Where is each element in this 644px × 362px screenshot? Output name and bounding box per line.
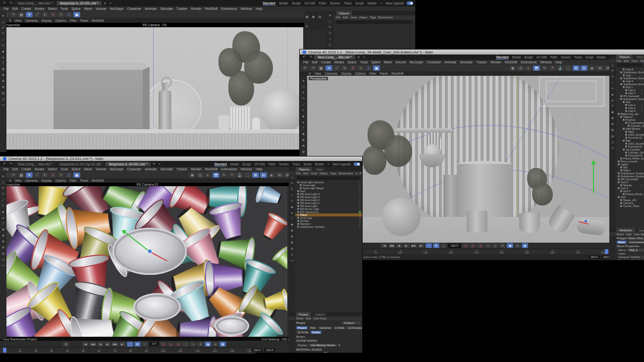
- menu-item[interactable]: Animate: [145, 7, 157, 10]
- rotate-tool-icon[interactable]: ↻: [341, 65, 348, 71]
- volume-icon[interactable]: ◍: [0, 91, 6, 95]
- record-icon[interactable]: ●: [160, 342, 166, 347]
- undo-icon[interactable]: ↶: [302, 65, 309, 71]
- layout-tab[interactable]: Sculpt: [291, 1, 301, 5]
- camera-object-icon[interactable]: ◎: [0, 257, 6, 261]
- layout-tab[interactable]: Screen: [329, 1, 340, 5]
- menu-item[interactable]: MoGraph: [410, 60, 424, 64]
- viewport-grey-still-life[interactable]: [6, 27, 303, 150]
- menu-item[interactable]: Animate: [444, 60, 456, 64]
- coordinate-system-icon[interactable]: ▣: [373, 65, 380, 71]
- menu-item[interactable]: Mesh: [84, 167, 92, 171]
- spline-pen-icon[interactable]: ✎: [610, 86, 615, 91]
- menu-item[interactable]: Volume: [96, 167, 107, 171]
- search-icon[interactable]: ⚲: [356, 172, 358, 175]
- menu-item[interactable]: Modes: [35, 7, 45, 10]
- project-tab-chip[interactable]: Cameras: [318, 326, 332, 329]
- x-axis-lock-icon[interactable]: X: [50, 172, 56, 178]
- redo-icon[interactable]: ↷: [10, 12, 17, 17]
- move-tool-icon[interactable]: ✛: [26, 172, 33, 178]
- modeling-mode-icon[interactable]: ▦: [318, 65, 324, 71]
- spline-pen-icon[interactable]: ✎: [289, 199, 295, 203]
- simulate-icon[interactable]: ◈: [589, 65, 595, 71]
- project-tab-chip[interactable]: 2) Walk: [333, 326, 346, 329]
- keyframe-selection-icon[interactable]: ●: [175, 342, 181, 347]
- layout-tab[interactable]: Paint: [550, 55, 558, 59]
- generator-icon[interactable]: ✱: [301, 132, 306, 136]
- viewport-menu-item[interactable]: Filter: [69, 179, 76, 182]
- viewport-view-label[interactable]: Perspective: [309, 77, 328, 80]
- current-frame-field[interactable]: 0 F: [149, 342, 160, 346]
- coordinate-system-icon[interactable]: ▣: [73, 172, 80, 178]
- menu-item[interactable]: Spline: [71, 7, 80, 10]
- viewport-menu-item[interactable]: Cameras: [25, 179, 38, 182]
- objects-menu-item[interactable]: Bookmarks: [378, 16, 393, 19]
- viewport-menu-item[interactable]: RedShift: [391, 72, 404, 75]
- menu-item[interactable]: File: [3, 7, 9, 10]
- field-icon[interactable]: ☘: [289, 234, 295, 239]
- panel-icon[interactable]: ▣: [311, 14, 316, 19]
- menu-item[interactable]: Help: [256, 7, 263, 10]
- viewport-menu-item[interactable]: View: [315, 72, 322, 75]
- x-axis-lock-icon[interactable]: X: [50, 12, 56, 17]
- rotate-tool-icon[interactable]: ↻: [42, 172, 49, 178]
- move-icon[interactable]: ✛: [0, 25, 6, 30]
- menu-item[interactable]: Tracker: [476, 60, 487, 64]
- layout-tab[interactable]: Nodes: [315, 162, 324, 166]
- move-gizmo-center[interactable]: [148, 249, 152, 254]
- mograph-icon[interactable]: ✿: [301, 150, 306, 154]
- viewport-menu-item[interactable]: Panel: [80, 19, 88, 22]
- menu-item[interactable]: Animate: [145, 167, 157, 171]
- viewport-menu-item[interactable]: Filter: [69, 19, 76, 22]
- close-tab-icon[interactable]: ✕: [152, 162, 157, 166]
- timeline-icon[interactable]: ≡: [514, 243, 521, 248]
- menu-item[interactable]: Extensions: [221, 167, 237, 171]
- layout-tab[interactable]: Model: [512, 55, 521, 59]
- spline-pen-icon[interactable]: ✎: [327, 43, 333, 47]
- text-object-icon[interactable]: T: [0, 221, 6, 226]
- volume-icon[interactable]: ◍: [0, 251, 6, 256]
- layout-tab[interactable]: Paint: [319, 1, 326, 5]
- rotation-key-icon[interactable]: ◑: [190, 342, 196, 347]
- rotate-tool-icon[interactable]: ↻: [42, 12, 49, 17]
- field-icon[interactable]: ☘: [610, 122, 615, 126]
- os-titlebar[interactable]: Cinema 4D 2023.1.2 - [Nespresso IL-24-00…: [0, 156, 362, 161]
- objects-search-input[interactable]: [617, 63, 643, 67]
- layout-tab[interactable]: Model: [230, 162, 239, 166]
- menu-item[interactable]: Volume: [96, 7, 107, 10]
- layout-tab[interactable]: +: [327, 162, 330, 166]
- rect-selection-icon[interactable]: ◻: [327, 19, 333, 23]
- viewport-menu-item[interactable]: Cameras: [25, 19, 38, 22]
- move-icon[interactable]: ✛: [0, 186, 6, 190]
- camera-label[interactable]: RS Camera 01: [0, 183, 295, 186]
- redo-history-icon[interactable]: ↷: [8, 1, 14, 5]
- rotate-icon[interactable]: ↻: [0, 31, 6, 36]
- menu-item[interactable]: Edit: [312, 60, 318, 64]
- layout-tab[interactable]: Standard: [495, 55, 509, 59]
- objects-menu-item[interactable]: Edit: [343, 16, 348, 19]
- menu-item[interactable]: File: [303, 60, 309, 64]
- display-dropdown[interactable]: Use Backup Scene: [309, 344, 337, 347]
- attribute-menu-item[interactable]: Edit: [627, 233, 632, 236]
- name-field[interactable]: Null_1: [627, 249, 644, 252]
- viewport-menu-item[interactable]: RedShift: [92, 179, 104, 182]
- menu-item[interactable]: Create: [21, 167, 31, 171]
- menu-item[interactable]: Tracker: [176, 167, 187, 171]
- pen-icon[interactable]: ✎: [220, 172, 227, 178]
- axis-center-icon[interactable]: ⚓: [557, 65, 564, 71]
- world-coords-icon[interactable]: W: [276, 172, 283, 178]
- snap-icon[interactable]: ⌖: [549, 65, 556, 71]
- viewport-menu-item[interactable]: Options: [355, 72, 366, 75]
- viewport-menu-item[interactable]: Options: [55, 19, 66, 22]
- scale-icon[interactable]: ⤢: [0, 37, 6, 42]
- floor-object-icon[interactable]: ▭: [289, 258, 295, 262]
- viewport-menu-item[interactable]: Options: [55, 179, 66, 182]
- rect-selection-icon[interactable]: ◻: [301, 84, 306, 89]
- prev-frame-icon[interactable]: ◀: [396, 243, 402, 248]
- floor-object-icon[interactable]: ▭: [610, 146, 615, 150]
- loop-icon[interactable]: ⬚: [127, 342, 133, 347]
- cube-primitive-icon[interactable]: ■: [0, 209, 6, 214]
- menu-item[interactable]: Character: [127, 7, 141, 10]
- menu-item[interactable]: Select: [48, 167, 57, 171]
- sound-icon[interactable]: ♪: [440, 243, 447, 248]
